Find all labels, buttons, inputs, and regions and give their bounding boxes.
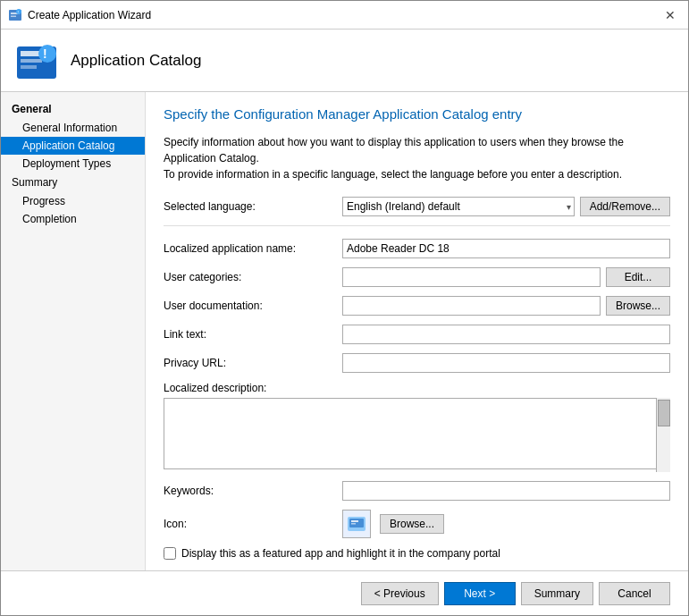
svg-rect-8 (21, 65, 37, 69)
browse-button-2[interactable]: Browse... (380, 514, 444, 534)
localized-description-textarea[interactable] (164, 398, 670, 469)
icon-label: Icon: (164, 518, 342, 530)
icon-preview-svg (346, 513, 367, 535)
desc-line1: Specify information about how you want t… (164, 136, 624, 165)
scrollbar[interactable] (656, 398, 670, 472)
selected-language-select[interactable]: English (Ireland) default (342, 197, 575, 216)
icon-row: Icon: Browse... (164, 510, 670, 538)
selected-language-row: Selected language: English (Ireland) def… (164, 197, 670, 216)
add-remove-button[interactable]: Add/Remove... (580, 197, 670, 216)
desc-line2: To provide information in a specific lan… (164, 168, 622, 181)
svg-point-9 (38, 45, 56, 63)
header-title: Application Catalog (71, 52, 201, 70)
sidebar-item-summary-label[interactable]: Summary (1, 173, 145, 192)
footer: < Previous Next > Summary Cancel (1, 570, 688, 615)
user-categories-input[interactable] (342, 267, 601, 287)
close-button[interactable]: ✕ (660, 6, 681, 24)
privacy-url-input[interactable] (342, 353, 670, 373)
title-bar: ! Create Application Wizard ✕ (1, 1, 688, 30)
icon-preview (342, 510, 371, 538)
user-documentation-label: User documentation: (164, 300, 342, 312)
localized-description-label: Localized description: (164, 382, 342, 394)
keywords-input[interactable] (342, 481, 670, 501)
title-bar-left: ! Create Application Wizard (8, 8, 151, 22)
link-text-row: Link text: (164, 325, 670, 344)
localized-description-row: Localized description: (164, 382, 670, 472)
page-title: Specify the Configuration Manager Applic… (164, 106, 670, 122)
sidebar-item-general-info[interactable]: General Information (1, 119, 145, 137)
privacy-url-label: Privacy URL: (164, 357, 342, 369)
edit-button[interactable]: Edit... (606, 267, 670, 287)
keywords-row: Keywords: (164, 481, 670, 501)
wizard-window: ! Create Application Wizard ✕ ! Applicat… (0, 0, 689, 616)
keywords-label: Keywords: (164, 485, 342, 497)
cancel-button[interactable]: Cancel (599, 582, 670, 605)
divider (164, 225, 670, 226)
sidebar: General General Information Application … (1, 92, 146, 570)
content-area: General General Information Application … (1, 92, 688, 570)
featured-app-checkbox[interactable] (164, 547, 176, 560)
description-text: Specify information about how you want t… (164, 134, 670, 182)
user-categories-row: User categories: Edit... (164, 267, 670, 287)
svg-rect-7 (21, 59, 42, 63)
header-bar: ! Application Catalog (1, 30, 688, 92)
selected-language-select-wrapper: English (Ireland) default ▾ (342, 197, 575, 216)
previous-button[interactable]: < Previous (361, 582, 439, 605)
sidebar-item-completion[interactable]: Completion (1, 210, 145, 228)
svg-text:!: ! (43, 46, 47, 61)
user-categories-label: User categories: (164, 271, 342, 283)
user-documentation-input[interactable] (342, 296, 601, 316)
localized-app-name-row: Localized application name: (164, 239, 670, 258)
scrollbar-thumb (658, 400, 670, 426)
svg-rect-14 (351, 523, 356, 525)
window-title: Create Application Wizard (28, 9, 151, 21)
wizard-title-icon: ! (8, 8, 22, 22)
featured-app-row: Display this as a featured app and highl… (164, 547, 670, 560)
sidebar-item-app-catalog[interactable]: Application Catalog (1, 137, 145, 155)
user-documentation-row: User documentation: Browse... (164, 296, 670, 316)
browse-button-1[interactable]: Browse... (606, 296, 670, 316)
sidebar-item-progress[interactable]: Progress (1, 192, 145, 210)
localized-app-name-label: Localized application name: (164, 242, 342, 255)
sidebar-item-deployment-types[interactable]: Deployment Types (1, 155, 145, 173)
featured-app-label: Display this as a featured app and highl… (181, 547, 500, 560)
svg-rect-13 (351, 520, 358, 522)
header-wizard-icon: ! (15, 39, 58, 82)
privacy-url-row: Privacy URL: (164, 353, 670, 373)
next-button[interactable]: Next > (444, 582, 516, 605)
svg-rect-2 (11, 15, 16, 17)
svg-text:!: ! (18, 10, 19, 14)
sidebar-group-general: General (1, 99, 145, 119)
link-text-label: Link text: (164, 328, 342, 341)
summary-button[interactable]: Summary (521, 582, 593, 605)
localized-app-name-input[interactable] (342, 239, 670, 258)
textarea-wrapper (164, 398, 670, 472)
selected-language-label: Selected language: (164, 200, 342, 213)
main-content: Specify the Configuration Manager Applic… (146, 92, 688, 570)
link-text-input[interactable] (342, 325, 670, 344)
